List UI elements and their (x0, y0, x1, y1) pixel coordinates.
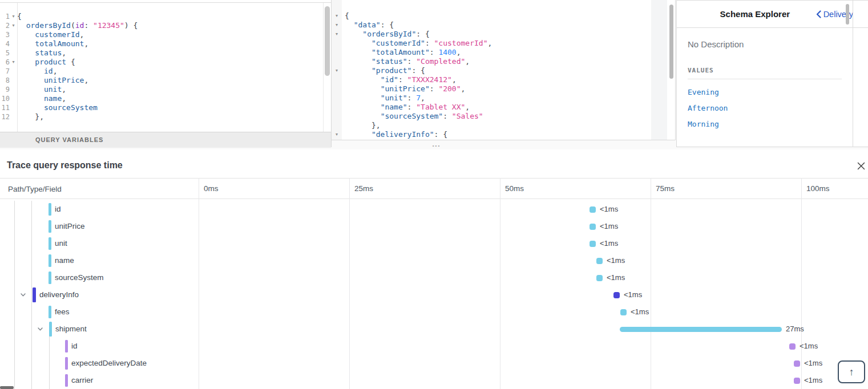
code-line: "unitPrice": "200", (345, 84, 492, 94)
schema-value-link[interactable]: Evening (688, 84, 728, 100)
trace-row[interactable]: deliveryInfo <1ms (0, 286, 868, 303)
drag-handle-icon[interactable]: ••• (429, 143, 444, 148)
line-number: 5 (0, 48, 10, 58)
query-editor-vertical-scrollbar[interactable] (325, 6, 330, 76)
timing-bar[interactable] (794, 360, 800, 367)
path-type-field-header: Path/Type/Field (8, 179, 62, 200)
code-line[interactable]: 9 unit, (0, 85, 323, 94)
time-tick-label: 50ms (505, 178, 524, 199)
code-line[interactable]: 4 totalAmount, (0, 39, 323, 48)
trace-row[interactable]: id <1ms (0, 201, 868, 218)
schema-description: No Description (688, 39, 744, 49)
fold-spacer (10, 103, 17, 112)
field-type-bar (49, 203, 51, 216)
duration-label: <1ms (800, 338, 818, 355)
chevron-down-icon[interactable] (21, 293, 26, 297)
code-line[interactable]: 5 status, (0, 48, 323, 58)
line-number: 9 (0, 85, 10, 94)
timing-bar[interactable] (596, 258, 603, 264)
schema-explorer-header: Schema Explorer Delivery (677, 1, 868, 28)
close-icon[interactable] (857, 161, 866, 171)
code-line[interactable]: 1 ▾ { (0, 12, 323, 21)
response-right-margin (651, 0, 667, 140)
field-label: id (55, 201, 61, 218)
field-type-bar (49, 220, 51, 233)
code-line[interactable]: 6 ▾ product { (0, 58, 323, 67)
code-line[interactable]: 10 name, (0, 94, 323, 103)
code-line: "totalAmount": 1400, (345, 48, 492, 57)
schema-vertical-scrollbar[interactable] (846, 4, 849, 25)
code-line: "sourceSystem": "Sales" (345, 112, 492, 121)
field-type-bar (49, 254, 51, 267)
fold-arrow-icon[interactable]: ▾ (332, 66, 342, 75)
line-number: 11 (0, 103, 10, 112)
scroll-to-top-button[interactable]: ↑ (838, 360, 865, 383)
trace-row[interactable]: expectedDeliveryDate <1ms (0, 355, 868, 372)
code-line[interactable]: 8 unitPrice, (0, 76, 323, 85)
trace-row[interactable]: fees <1ms (0, 303, 868, 321)
response-vertical-scrollbar[interactable] (669, 5, 673, 79)
timing-bar[interactable] (596, 275, 603, 281)
schema-explorer-title: Schema Explorer (677, 9, 816, 19)
fold-spacer (10, 48, 17, 58)
trace-row[interactable]: unitPrice <1ms (0, 218, 868, 235)
schema-right-rail (853, 1, 853, 147)
trace-rows-container: id <1ms unitPrice <1ms unit <1ms name <1… (0, 201, 868, 389)
field-label: unit (55, 235, 67, 252)
tree-horizontal-scrollbar[interactable] (0, 386, 14, 389)
timing-bar[interactable] (789, 343, 796, 350)
response-fold-arrows[interactable]: ▾▾▾▾▾ (332, 11, 342, 139)
fold-arrow-icon[interactable]: ▾ (332, 30, 342, 39)
trace-row[interactable]: shipment 27ms (0, 321, 868, 338)
schema-explorer-panel: Schema Explorer Delivery No Description … (676, 0, 868, 147)
schema-back-link[interactable]: Delivery (816, 10, 868, 19)
code-line[interactable]: 7 id, (0, 67, 323, 76)
timing-bar[interactable] (620, 309, 627, 315)
fold-arrow-icon[interactable]: ▾ (332, 130, 342, 139)
trace-row[interactable]: carrier <1ms (0, 372, 868, 389)
schema-value-link[interactable]: Morning (688, 116, 728, 132)
code-line[interactable]: 3 customerId, (0, 30, 323, 39)
schema-values-divider (688, 79, 842, 79)
field-type-bar (49, 272, 51, 284)
schema-values-list: EveningAfternoonMorning (688, 84, 728, 132)
code-line: "unit": 7, (345, 94, 492, 103)
query-variables-header[interactable]: QUERY VARIABLES (0, 132, 331, 148)
trace-row[interactable]: unit <1ms (0, 235, 868, 252)
fold-arrow-icon[interactable]: ▾ (10, 21, 17, 30)
field-label: id (71, 338, 78, 355)
field-type-bar (49, 306, 51, 318)
timing-bar[interactable] (620, 327, 782, 332)
timing-bar[interactable] (613, 292, 620, 298)
duration-label: <1ms (804, 372, 822, 389)
fold-spacer (332, 39, 342, 48)
code-line: "id": "TXXX2412", (345, 75, 492, 84)
timing-bar[interactable] (794, 378, 800, 384)
duration-label: <1ms (624, 286, 642, 303)
trace-row[interactable]: name <1ms (0, 252, 868, 269)
duration-label: <1ms (600, 201, 618, 218)
code-line[interactable]: 12 }, (0, 112, 323, 121)
field-label: expectedDeliveryDate (71, 355, 147, 372)
fold-spacer (10, 76, 17, 85)
fold-arrow-icon[interactable]: ▾ (10, 58, 17, 67)
time-tick-label: 25ms (354, 178, 373, 199)
line-number: 1 (0, 12, 10, 21)
code-line[interactable]: 11 sourceSystem (0, 103, 323, 112)
query-code-lines[interactable]: 1 ▾ { 2 ▾ ordersById(id: "12345") { 3 cu… (0, 12, 323, 121)
chevron-down-icon[interactable] (38, 327, 43, 331)
line-number: 6 (0, 58, 10, 67)
code-line[interactable]: 2 ▾ ordersById(id: "12345") { (0, 21, 323, 30)
timing-bar[interactable] (590, 206, 596, 213)
trace-row[interactable]: id <1ms (0, 338, 868, 355)
timing-bar[interactable] (590, 241, 596, 247)
fold-arrow-icon[interactable]: ▾ (332, 21, 342, 30)
schema-value-link[interactable]: Afternoon (688, 100, 728, 116)
duration-label: <1ms (607, 252, 625, 269)
fold-arrow-icon[interactable]: ▾ (10, 12, 17, 21)
chevron-left-icon (816, 10, 821, 18)
timing-bar[interactable] (590, 224, 596, 230)
line-number: 7 (0, 67, 10, 76)
trace-row[interactable]: sourceSystem <1ms (0, 269, 868, 286)
fold-arrow-icon[interactable]: ▾ (332, 11, 342, 21)
